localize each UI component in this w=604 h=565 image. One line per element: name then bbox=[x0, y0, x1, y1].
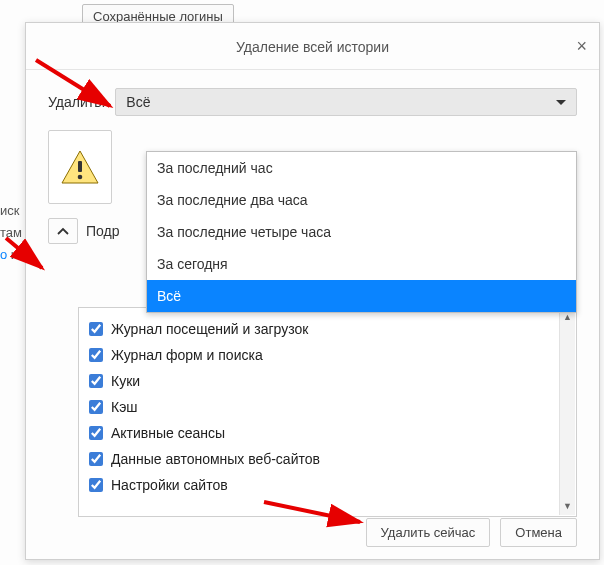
delete-now-button[interactable]: Удалить сейчас bbox=[366, 518, 491, 547]
svg-rect-1 bbox=[78, 161, 82, 172]
checkbox-label: Кэш bbox=[111, 399, 138, 415]
checkbox[interactable] bbox=[89, 322, 103, 336]
checkbox[interactable] bbox=[89, 426, 103, 440]
bg-text-2: там bbox=[0, 222, 22, 244]
checkbox-label: Данные автономных веб-сайтов bbox=[111, 451, 320, 467]
checkbox-row: Настройки сайтов bbox=[89, 472, 566, 498]
chevron-up-icon bbox=[57, 227, 69, 235]
cancel-button[interactable]: Отмена bbox=[500, 518, 577, 547]
checkbox-row: Активные сеансы bbox=[89, 420, 566, 446]
checkbox-row: Журнал посещений и загрузок bbox=[89, 316, 566, 342]
checkbox-row: Куки bbox=[89, 368, 566, 394]
checkbox-row: Кэш bbox=[89, 394, 566, 420]
time-range-option[interactable]: За сегодня bbox=[147, 248, 576, 280]
checkbox-label: Журнал форм и поиска bbox=[111, 347, 263, 363]
warning-icon bbox=[60, 149, 100, 185]
time-range-value: Всё bbox=[126, 94, 150, 110]
details-panel: Журнал посещений и загрузокЖурнал форм и… bbox=[78, 307, 577, 517]
svg-point-2 bbox=[78, 175, 83, 180]
checkbox[interactable] bbox=[89, 374, 103, 388]
checkbox[interactable] bbox=[89, 452, 103, 466]
checkbox-label: Журнал посещений и загрузок bbox=[111, 321, 308, 337]
clear-history-dialog: Удаление всей истории × Удалить: Всё bbox=[25, 22, 600, 560]
checkbox-row: Журнал форм и поиска bbox=[89, 342, 566, 368]
chevron-down-icon bbox=[556, 100, 566, 105]
checkbox-label: Активные сеансы bbox=[111, 425, 225, 441]
time-range-option[interactable]: Всё bbox=[147, 280, 576, 312]
scroll-down-icon[interactable]: ▼ bbox=[561, 499, 575, 513]
time-range-option[interactable]: За последние четыре часа bbox=[147, 216, 576, 248]
checkbox-label: Настройки сайтов bbox=[111, 477, 228, 493]
bg-text-rest: и bbox=[7, 247, 18, 262]
dialog-header: Удаление всей истории × bbox=[26, 23, 599, 70]
scrollbar[interactable]: ▲ ▼ bbox=[559, 309, 575, 515]
delete-label: Удалить: bbox=[48, 94, 105, 110]
warning-box bbox=[48, 130, 112, 204]
time-range-option[interactable]: За последние два часа bbox=[147, 184, 576, 216]
details-label: Подр bbox=[86, 223, 120, 239]
time-range-option[interactable]: За последний час bbox=[147, 152, 576, 184]
time-range-dropdown[interactable]: За последний часЗа последние два часаЗа … bbox=[146, 151, 577, 313]
background-text: иск там о и bbox=[0, 200, 22, 266]
dialog-title: Удаление всей истории bbox=[236, 39, 389, 55]
checkbox[interactable] bbox=[89, 478, 103, 492]
checkbox-label: Куки bbox=[111, 373, 140, 389]
checkbox[interactable] bbox=[89, 400, 103, 414]
bg-text-1: иск bbox=[0, 200, 22, 222]
time-range-select[interactable]: Всё bbox=[115, 88, 577, 116]
checkbox[interactable] bbox=[89, 348, 103, 362]
close-icon[interactable]: × bbox=[576, 37, 587, 55]
checkbox-row: Данные автономных веб-сайтов bbox=[89, 446, 566, 472]
details-toggle-button[interactable] bbox=[48, 218, 78, 244]
